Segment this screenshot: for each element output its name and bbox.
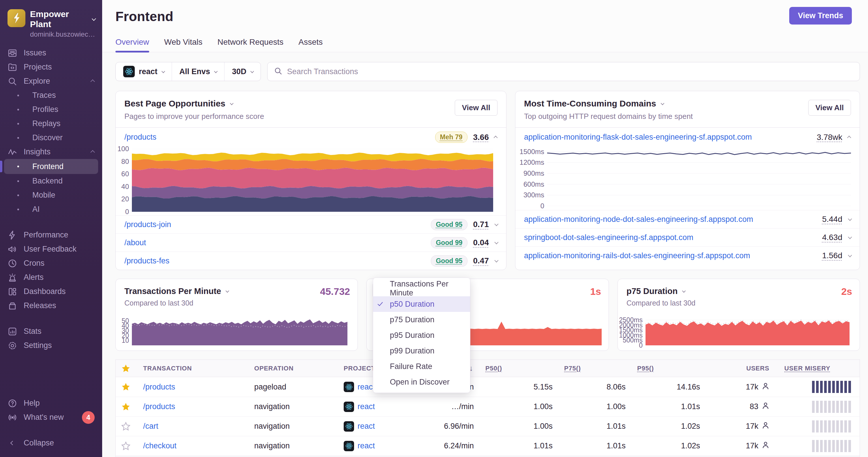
menu-item-p50-duration[interactable]: p50 Duration [373, 296, 470, 312]
project-cell[interactable]: react [344, 402, 375, 412]
sidebar-item-user-feedback[interactable]: User Feedback [0, 242, 102, 256]
chevron-down-icon[interactable] [848, 217, 852, 221]
tab-network-requests[interactable]: Network Requests [218, 37, 284, 52]
tab-overview[interactable]: Overview [116, 37, 149, 52]
project-filter[interactable]: react [116, 62, 172, 81]
sidebar-item-dashboards[interactable]: Dashboards [0, 285, 102, 299]
star-icon[interactable] [116, 382, 136, 392]
project-cell[interactable]: react [344, 441, 375, 451]
chevron-down-icon[interactable] [848, 235, 852, 239]
domain-link[interactable]: application-monitoring-flask-dot-sales-e… [524, 133, 752, 142]
star-header-icon[interactable] [116, 363, 136, 373]
chevron-down-icon[interactable] [494, 240, 498, 244]
transaction-link[interactable]: /checkout [143, 442, 177, 450]
search-input[interactable] [287, 67, 853, 76]
sidebar-item-traces[interactable]: Traces [0, 88, 102, 102]
score-badge[interactable]: Meh 79 [435, 132, 467, 143]
sidebar-item-alerts[interactable]: Alerts [0, 270, 102, 285]
domain-link[interactable]: application-monitoring-rails-dot-sales-e… [524, 251, 750, 260]
sidebar-group-explore[interactable]: Explore [0, 74, 102, 88]
sidebar-item-whats-new[interactable]: What's new 4 [0, 410, 102, 424]
domain-link[interactable]: springboot-dot-sales-engineering-sf.apps… [524, 233, 693, 242]
domain-time-value[interactable]: 3.78wk [817, 133, 842, 142]
best-pages-view-all-button[interactable]: View All [455, 100, 497, 116]
sidebar-item-settings[interactable]: Settings [0, 338, 102, 353]
chart-plot[interactable] [547, 150, 851, 206]
transaction-link[interactable]: /about [124, 238, 146, 247]
domains-title[interactable]: Most Time-Consuming Domains [524, 99, 851, 108]
chevron-down-icon[interactable] [848, 253, 852, 257]
sidebar-item-crons[interactable]: Crons [0, 256, 102, 270]
sidebar-item-backend[interactable]: Backend [0, 174, 102, 188]
sidebar-item-ai[interactable]: AI [0, 202, 102, 217]
transaction-link[interactable]: /products-fes [124, 257, 169, 265]
sidebar-collapse-button[interactable]: Collapse [0, 436, 102, 450]
chevron-up-icon[interactable] [847, 136, 851, 140]
environment-filter[interactable]: All Envs [172, 62, 224, 81]
tab-web-vitals[interactable]: Web Vitals [164, 37, 203, 52]
sidebar-item-help[interactable]: Help [0, 396, 102, 410]
page-score-stacked-chart[interactable]: 100806040200 [116, 146, 506, 215]
domains-view-all-button[interactable]: View All [808, 100, 851, 116]
transaction-link[interactable]: /products [143, 402, 175, 411]
opportunity-score[interactable]: 3.66 [473, 133, 489, 142]
sidebar-item-mobile[interactable]: Mobile [0, 188, 102, 202]
domain-duration-line-chart[interactable]: 1500ms1200ms900ms600ms300ms0 [516, 146, 860, 210]
menu-item-p75-duration[interactable]: p75 Duration [373, 312, 470, 327]
star-icon[interactable] [116, 422, 136, 431]
col-header-p95[interactable]: P95() [637, 365, 654, 372]
sidebar-item-frontend[interactable]: Frontend [4, 159, 98, 174]
best-pages-title[interactable]: Best Page Opportunities [124, 99, 497, 108]
date-range-filter[interactable]: 30D [224, 62, 260, 81]
p75-title[interactable]: p75 Duration [618, 279, 860, 296]
col-header-user-misery[interactable]: USER MISERY [784, 365, 831, 372]
chevron-down-icon[interactable] [494, 222, 498, 226]
menu-item-p99-duration[interactable]: p99 Duration [373, 343, 470, 359]
sidebar-item-issues[interactable]: Issues [0, 46, 102, 60]
transaction-link[interactable]: /products [143, 383, 175, 392]
sidebar-item-performance[interactable]: Performance [0, 228, 102, 242]
chart-plot[interactable] [132, 149, 493, 212]
sidebar-item-releases[interactable]: Releases [0, 299, 102, 313]
transaction-link[interactable]: /products [124, 133, 156, 142]
org-switcher[interactable]: Empower Plant dominik.buszowiec… [0, 6, 102, 46]
menu-item-failure-rate[interactable]: Failure Rate [373, 359, 470, 374]
view-trends-button[interactable]: View Trends [789, 7, 852, 25]
sidebar-group-insights[interactable]: Insights [0, 145, 102, 159]
chevron-up-icon[interactable] [494, 136, 498, 140]
star-icon[interactable] [116, 441, 136, 451]
transaction-link[interactable]: /cart [143, 422, 158, 431]
score-badge[interactable]: Good 99 [431, 237, 467, 249]
col-header-p50[interactable]: P50() [485, 365, 502, 372]
opportunity-score[interactable]: 0.47 [473, 256, 489, 265]
chart-plot[interactable] [132, 316, 347, 345]
p75-area-chart[interactable]: 2500ms2000ms1500ms1000ms500ms0 [621, 316, 849, 345]
tab-assets[interactable]: Assets [299, 37, 322, 52]
sidebar-item-projects[interactable]: Projects [0, 60, 102, 74]
star-icon[interactable] [116, 402, 136, 412]
project-cell[interactable]: react [344, 382, 375, 392]
chart-plot[interactable] [646, 316, 849, 345]
sidebar-item-stats[interactable]: Stats [0, 324, 102, 338]
chevron-down-icon[interactable] [494, 259, 498, 263]
score-badge[interactable]: Good 95 [431, 219, 467, 230]
col-header-p75[interactable]: P75() [564, 365, 581, 372]
opportunity-score[interactable]: 0.04 [473, 238, 489, 247]
domain-time-value[interactable]: 4.63d [822, 233, 842, 242]
transaction-link[interactable]: /products-join [124, 220, 171, 229]
project-cell[interactable]: react [344, 421, 375, 432]
menu-item-p95-duration[interactable]: p95 Duration [373, 327, 470, 343]
opportunity-score[interactable]: 0.71 [473, 220, 489, 229]
col-header-transaction[interactable]: TRANSACTION [136, 365, 247, 372]
score-badge[interactable]: Good 95 [431, 255, 467, 267]
col-header-users[interactable]: USERS [700, 365, 770, 372]
col-header-operation[interactable]: OPERATION [247, 365, 337, 372]
domain-time-value[interactable]: 1.56d [822, 251, 842, 260]
menu-item-open-in-discover[interactable]: Open in Discover [373, 374, 470, 390]
domain-link[interactable]: application-monitoring-node-dot-sales-en… [524, 215, 753, 224]
sidebar-item-discover[interactable]: Discover [0, 131, 102, 145]
sidebar-item-profiles[interactable]: Profiles [0, 102, 102, 117]
sidebar-item-replays[interactable]: Replays [0, 117, 102, 131]
tpm-area-chart[interactable]: 5040302010 [119, 316, 347, 345]
domain-time-value[interactable]: 5.44d [822, 215, 842, 224]
